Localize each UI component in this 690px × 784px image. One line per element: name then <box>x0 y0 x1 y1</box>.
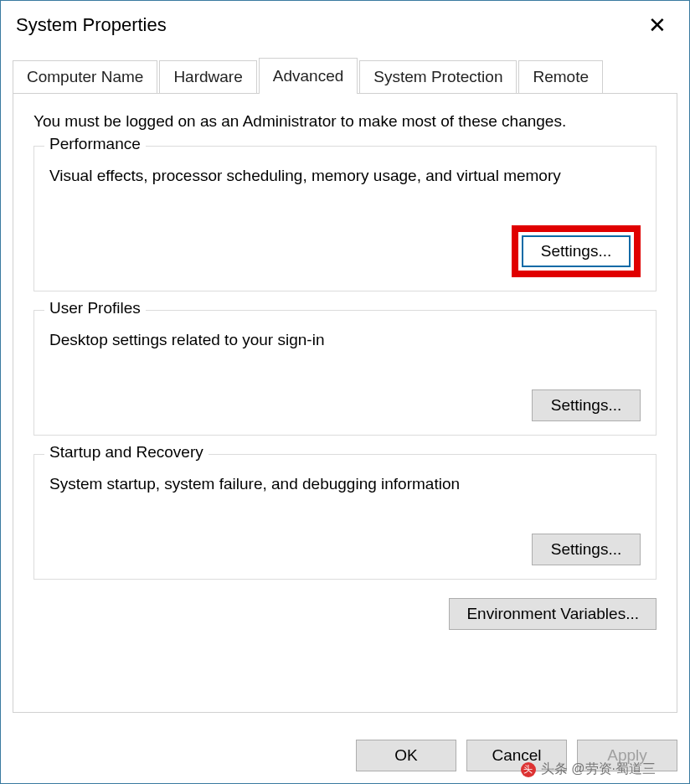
tab-advanced[interactable]: Advanced <box>259 58 358 94</box>
admin-intro-text: You must be logged on as an Administrato… <box>33 112 657 131</box>
startup-recovery-desc: System startup, system failure, and debu… <box>49 475 641 493</box>
performance-legend: Performance <box>44 135 146 153</box>
user-profiles-legend: User Profiles <box>44 299 146 317</box>
watermark-text: 头条 @劳资·蜀道三 <box>541 761 656 778</box>
user-profiles-desc: Desktop settings related to your sign-in <box>49 331 641 349</box>
watermark: 头条 @劳资·蜀道三 <box>521 761 656 778</box>
environment-variables-button[interactable]: Environment Variables... <box>449 598 657 630</box>
tab-system-protection[interactable]: System Protection <box>359 60 517 93</box>
user-profiles-group: User Profiles Desktop settings related t… <box>33 310 657 436</box>
performance-settings-button[interactable]: Settings... <box>522 235 631 267</box>
watermark-icon <box>521 762 536 777</box>
user-profiles-settings-button[interactable]: Settings... <box>532 389 641 421</box>
ok-button[interactable]: OK <box>356 740 456 771</box>
performance-group: Performance Visual effects, processor sc… <box>33 146 657 291</box>
startup-recovery-settings-button[interactable]: Settings... <box>532 534 641 565</box>
advanced-tab-page: You must be logged on as an Administrato… <box>13 93 677 713</box>
highlight-marker: Settings... <box>512 225 641 277</box>
window-title: System Properties <box>16 14 167 36</box>
titlebar: System Properties ✕ <box>1 1 689 49</box>
startup-recovery-legend: Startup and Recovery <box>44 443 209 462</box>
tab-remote[interactable]: Remote <box>518 60 603 93</box>
startup-recovery-group: Startup and Recovery System startup, sys… <box>33 454 657 580</box>
system-properties-window: System Properties ✕ Computer Name Hardwa… <box>0 0 690 784</box>
close-icon[interactable]: ✕ <box>641 14 674 36</box>
tab-hardware[interactable]: Hardware <box>159 60 256 93</box>
tabstrip: Computer Name Hardware Advanced System P… <box>13 58 677 93</box>
performance-desc: Visual effects, processor scheduling, me… <box>49 167 641 185</box>
tab-computer-name[interactable]: Computer Name <box>13 60 157 93</box>
